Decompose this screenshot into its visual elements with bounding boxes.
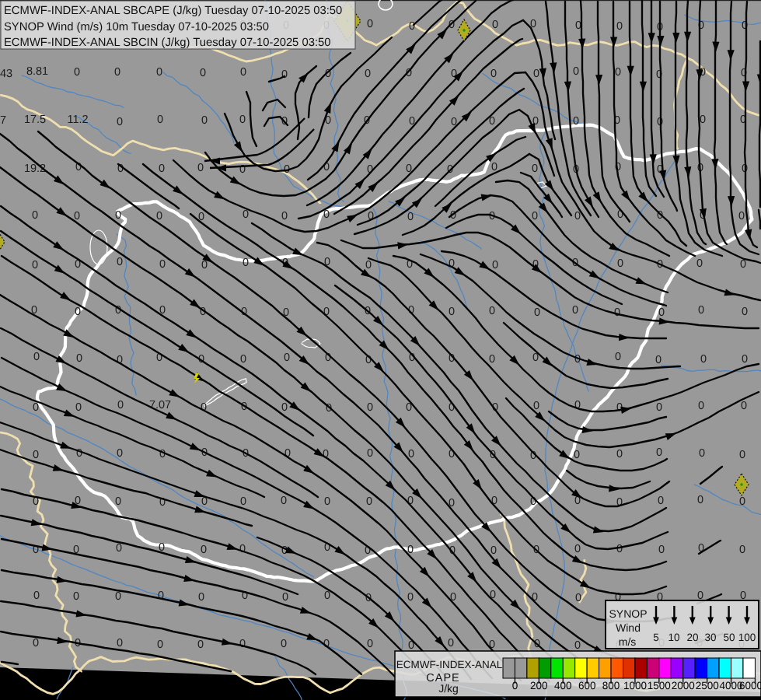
svg-text:400: 400 <box>554 680 572 691</box>
svg-text:SYNOP Wind (m/s) 10m Tuesday 0: SYNOP Wind (m/s) 10m Tuesday 07-10-2025 … <box>4 21 269 33</box>
svg-text:0: 0 <box>741 400 747 412</box>
svg-text:J/kg: J/kg <box>438 682 459 695</box>
svg-text:0: 0 <box>742 306 748 318</box>
svg-text:17.5: 17.5 <box>24 114 46 126</box>
svg-text:1500: 1500 <box>648 680 671 691</box>
svg-text:0: 0 <box>281 495 287 507</box>
svg-text:0: 0 <box>281 401 288 414</box>
svg-text:0: 0 <box>490 544 497 557</box>
svg-text:100: 100 <box>738 632 756 643</box>
svg-text:0: 0 <box>572 304 578 317</box>
svg-text:0: 0 <box>739 495 745 508</box>
svg-text:0: 0 <box>159 163 165 175</box>
svg-text:0: 0 <box>239 114 246 126</box>
svg-text:0: 0 <box>73 590 79 603</box>
svg-text:0: 0 <box>115 209 121 222</box>
svg-text:0: 0 <box>616 448 623 460</box>
svg-text:0: 0 <box>158 590 164 602</box>
svg-text:7.07: 7.07 <box>149 399 171 411</box>
svg-text:0: 0 <box>698 304 704 317</box>
svg-text:6000: 6000 <box>739 680 761 691</box>
svg-text:0: 0 <box>532 210 538 222</box>
svg-text:7: 7 <box>0 114 6 127</box>
svg-text:0: 0 <box>655 354 662 366</box>
svg-text:0: 0 <box>698 400 704 412</box>
svg-text:0: 0 <box>243 257 249 269</box>
svg-text:0: 0 <box>117 116 123 128</box>
svg-text:0: 0 <box>574 639 581 652</box>
svg-text:0: 0 <box>240 495 246 508</box>
svg-text:0: 0 <box>407 211 414 223</box>
svg-text:0: 0 <box>75 306 81 318</box>
svg-text:0: 0 <box>115 590 121 603</box>
svg-text:0: 0 <box>198 591 204 604</box>
svg-text:0: 0 <box>658 544 665 556</box>
svg-text:ECMWF-INDEX-ANAL: ECMWF-INDEX-ANAL <box>396 659 503 670</box>
svg-text:0: 0 <box>197 639 204 651</box>
svg-text:1000: 1000 <box>623 680 647 691</box>
svg-text:0: 0 <box>33 590 40 602</box>
svg-text:0: 0 <box>739 544 745 556</box>
svg-text:0: 0 <box>156 66 162 79</box>
svg-text:0: 0 <box>114 66 120 79</box>
svg-text:0: 0 <box>574 210 581 222</box>
svg-text:0: 0 <box>366 495 372 508</box>
svg-text:0: 0 <box>492 19 498 31</box>
svg-text:0: 0 <box>117 256 123 268</box>
svg-text:0: 0 <box>617 257 623 270</box>
svg-text:0: 0 <box>575 592 581 604</box>
svg-text:0: 0 <box>117 447 123 460</box>
svg-text:0: 0 <box>409 20 415 33</box>
svg-text:0: 0 <box>573 115 579 128</box>
svg-text:0: 0 <box>201 114 208 127</box>
svg-text:0: 0 <box>197 162 204 174</box>
svg-text:2500: 2500 <box>696 680 719 691</box>
svg-text:0: 0 <box>157 114 163 126</box>
svg-text:m/s: m/s <box>619 635 637 648</box>
svg-text:0: 0 <box>448 637 454 649</box>
svg-text:0: 0 <box>365 259 372 271</box>
svg-text:0: 0 <box>699 447 705 460</box>
svg-text:11.2: 11.2 <box>67 114 88 126</box>
svg-text:0: 0 <box>489 353 495 366</box>
svg-text:0: 0 <box>33 637 39 649</box>
svg-text:0: 0 <box>365 68 371 80</box>
svg-text:0: 0 <box>116 542 122 555</box>
svg-text:0: 0 <box>74 66 80 79</box>
svg-text:0: 0 <box>240 353 246 366</box>
svg-text:0: 0 <box>534 306 540 319</box>
svg-text:0: 0 <box>489 305 495 317</box>
svg-text:0: 0 <box>159 258 166 271</box>
svg-text:0: 0 <box>239 543 246 555</box>
svg-text:10: 10 <box>668 632 679 643</box>
svg-text:0: 0 <box>201 259 208 271</box>
svg-text:20: 20 <box>686 632 698 643</box>
svg-text:0: 0 <box>738 210 745 222</box>
svg-text:0: 0 <box>573 65 579 78</box>
svg-text:800: 800 <box>602 680 620 691</box>
svg-text:0: 0 <box>76 447 82 460</box>
svg-text:0: 0 <box>739 449 745 461</box>
svg-text:0: 0 <box>700 353 707 366</box>
svg-text:0: 0 <box>407 591 414 604</box>
svg-text:0: 0 <box>615 351 621 363</box>
svg-text:0: 0 <box>742 353 748 366</box>
svg-text:0: 0 <box>157 639 163 651</box>
svg-text:ECMWF-INDEX-ANAL SBCAPE (J/kg): ECMWF-INDEX-ANAL SBCAPE (J/kg) Tuesday 0… <box>4 5 342 17</box>
svg-text:0: 0 <box>156 210 162 222</box>
svg-text:0: 0 <box>533 68 539 80</box>
svg-text:0: 0 <box>697 494 703 506</box>
svg-text:0: 0 <box>281 210 288 222</box>
svg-text:0: 0 <box>76 352 82 365</box>
svg-text:Wind: Wind <box>616 621 641 634</box>
svg-text:0: 0 <box>200 67 206 79</box>
svg-text:0: 0 <box>117 637 123 649</box>
svg-text:0: 0 <box>615 66 621 79</box>
svg-text:0: 0 <box>32 209 38 222</box>
svg-text:600: 600 <box>578 680 596 691</box>
svg-text:0: 0 <box>239 163 246 176</box>
svg-text:0: 0 <box>32 259 38 271</box>
svg-text:0: 0 <box>282 591 288 604</box>
svg-text:ECMWF-INDEX-ANAL SBCIN (J/kg): ECMWF-INDEX-ANAL SBCIN (J/kg) Tuesday 07… <box>4 37 331 49</box>
svg-text:0: 0 <box>240 66 246 79</box>
